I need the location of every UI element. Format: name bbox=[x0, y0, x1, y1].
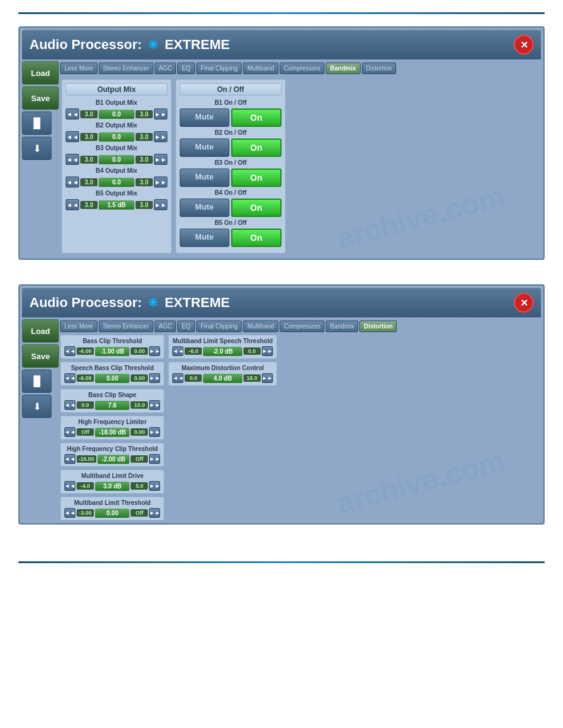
bcs-right-arrow[interactable]: ►► bbox=[149, 400, 160, 410]
b4-mute-button[interactable]: Mute bbox=[180, 199, 229, 217]
b2-output-label: B2 Output Mix bbox=[66, 122, 167, 129]
hfct-left-arrow[interactable]: ◄◄ bbox=[64, 454, 75, 464]
b1-center-val[interactable]: 0.0 bbox=[99, 110, 134, 119]
mb-speech-threshold-section: Multiband Limit Speech Threshold ◄◄ -6.0… bbox=[168, 335, 277, 359]
b1-left-val: 3.0 bbox=[80, 110, 98, 118]
b5-mute-button[interactable]: Mute bbox=[180, 229, 229, 247]
mbld-left-arrow[interactable]: ◄◄ bbox=[64, 481, 75, 491]
p2-tab-eq[interactable]: EQ bbox=[177, 320, 194, 332]
chart-button[interactable]: ▐▌ bbox=[22, 112, 52, 135]
b1-left-arrow[interactable]: ◄◄ bbox=[66, 108, 79, 119]
panel1-close-button[interactable]: ✕ bbox=[514, 35, 534, 55]
p2-tab-compressors[interactable]: Compressors bbox=[280, 320, 324, 332]
b2-left-arrow[interactable]: ◄◄ bbox=[66, 131, 79, 142]
hfct-right-arrow[interactable]: ►► bbox=[149, 454, 160, 464]
b3-mute-button[interactable]: Mute bbox=[180, 169, 229, 187]
b5-left-arrow[interactable]: ◄◄ bbox=[66, 199, 79, 210]
tab-final-clipping[interactable]: Final Clipping bbox=[196, 63, 242, 74]
b5-center-val[interactable]: 1.5 dB bbox=[99, 200, 134, 210]
b1-onoff-buttons: Mute On bbox=[180, 108, 282, 127]
panel2-header: Audio Processor: ✳ EXTREME ✕ bbox=[22, 288, 541, 317]
bcs-left-arrow[interactable]: ◄◄ bbox=[64, 400, 75, 410]
p2-tab-less-more[interactable]: Less More bbox=[60, 320, 98, 332]
b5-right-arrow[interactable]: ►► bbox=[154, 199, 167, 210]
bcs-center-val[interactable]: 7.6 bbox=[95, 401, 129, 410]
bct-center-val[interactable]: -1.00 dB bbox=[95, 347, 129, 356]
bct-right-arrow[interactable]: ►► bbox=[149, 346, 160, 356]
b4-right-arrow[interactable]: ►► bbox=[154, 176, 167, 188]
b4-left-arrow[interactable]: ◄◄ bbox=[66, 176, 79, 188]
b3-on-button[interactable]: On bbox=[231, 169, 282, 187]
tab-less-more[interactable]: Less More bbox=[60, 63, 98, 74]
mb-limit-drive-section: Multiband Limit Drive ◄◄ -4.0 3.0 dB 5.0… bbox=[60, 469, 164, 494]
mblt-center-val[interactable]: 0.00 bbox=[95, 509, 129, 518]
hfl-right-arrow[interactable]: ►► bbox=[149, 427, 160, 437]
panel1-body: Load Save ▐▌ ⬇ Less More Stereo Enhancer… bbox=[22, 61, 541, 256]
b3-right-arrow[interactable]: ►► bbox=[154, 154, 167, 165]
panel2-chart-button[interactable]: ▐▌ bbox=[22, 370, 52, 393]
mdc-right-arrow[interactable]: ►► bbox=[262, 373, 273, 383]
b2-on-button[interactable]: On bbox=[231, 138, 282, 157]
panel1-content: Output Mix B1 Output Mix ◄◄ 3.0 0.0 3.0 … bbox=[60, 77, 541, 256]
download-button[interactable]: ⬇ bbox=[22, 137, 52, 160]
tab-distortion[interactable]: Distortion bbox=[362, 63, 396, 74]
save-button[interactable]: Save bbox=[22, 86, 59, 110]
b1-on-button[interactable]: On bbox=[231, 108, 282, 127]
hfl-center-val[interactable]: -18.00 dB bbox=[95, 428, 129, 437]
hf-limiter-title: High Frequency Limiter bbox=[64, 419, 160, 425]
mblt-left-arrow[interactable]: ◄◄ bbox=[64, 508, 75, 518]
p2-tab-final-clipping[interactable]: Final Clipping bbox=[196, 320, 242, 332]
b1-right-arrow[interactable]: ►► bbox=[154, 108, 167, 119]
b3-center-val[interactable]: 0.0 bbox=[99, 155, 134, 164]
load-button[interactable]: Load bbox=[22, 61, 59, 85]
hfl-left-arrow[interactable]: ◄◄ bbox=[64, 427, 75, 437]
sbct-left-arrow[interactable]: ◄◄ bbox=[64, 373, 75, 383]
panel2-main: Less More Stereo Enhancer AGC EQ Final C… bbox=[60, 319, 541, 521]
mb-speech-threshold-title: Multiband Limit Speech Threshold bbox=[172, 338, 272, 344]
p2-tab-multiband[interactable]: Multiband bbox=[243, 320, 278, 332]
panel1-brand: EXTREME bbox=[164, 37, 229, 53]
b2-mute-button[interactable]: Mute bbox=[180, 138, 229, 157]
tab-eq[interactable]: EQ bbox=[177, 63, 194, 74]
b5-onoff-row: B5 On / Off Mute On bbox=[180, 219, 282, 247]
mbld-center-val[interactable]: 3.0 dB bbox=[95, 482, 129, 491]
panel2-title: Audio Processor: ✳ EXTREME bbox=[29, 295, 230, 311]
panel2-load-button[interactable]: Load bbox=[22, 319, 59, 343]
b2-right-arrow[interactable]: ►► bbox=[154, 131, 167, 142]
b1-mute-button[interactable]: Mute bbox=[180, 108, 229, 127]
b5-on-button[interactable]: On bbox=[231, 229, 282, 247]
sbct-right-arrow[interactable]: ►► bbox=[149, 373, 160, 383]
p2-tab-agc[interactable]: AGC bbox=[155, 320, 177, 332]
sbct-center-val[interactable]: 0.00 bbox=[95, 374, 129, 383]
mbst-center-val[interactable]: -2.0 dB bbox=[203, 347, 242, 356]
mbld-right-val: 5.0 bbox=[131, 482, 148, 490]
panel2-close-button[interactable]: ✕ bbox=[514, 293, 534, 313]
mblt-right-arrow[interactable]: ►► bbox=[149, 508, 160, 518]
mbld-right-arrow[interactable]: ►► bbox=[149, 481, 160, 491]
b4-center-val[interactable]: 0.0 bbox=[99, 178, 134, 187]
mb-limit-drive-row: ◄◄ -4.0 3.0 dB 5.0 ►► bbox=[64, 481, 160, 491]
tab-compressors[interactable]: Compressors bbox=[280, 63, 324, 74]
panel2-save-button[interactable]: Save bbox=[22, 344, 59, 368]
p2-tab-stereo-enhancer[interactable]: Stereo Enhancer bbox=[99, 320, 153, 332]
b4-on-button[interactable]: On bbox=[231, 199, 282, 217]
bar-chart-icon-2: ▐▌ bbox=[30, 376, 44, 387]
tab-bandmix[interactable]: Bandmix bbox=[326, 63, 360, 74]
mdc-center-val[interactable]: 4.0 dB bbox=[203, 374, 242, 383]
speech-bass-clip-row: ◄◄ -6.00 0.00 0.00 ►► bbox=[64, 373, 160, 383]
p2-tab-distortion[interactable]: Distortion bbox=[359, 320, 397, 332]
tab-stereo-enhancer[interactable]: Stereo Enhancer bbox=[99, 63, 153, 74]
bass-clip-threshold-section: Bass Clip Threshold ◄◄ -6.00 -1.00 dB 0.… bbox=[60, 335, 164, 359]
mbst-right-arrow[interactable]: ►► bbox=[262, 346, 273, 356]
hfct-center-val[interactable]: -2.00 dB bbox=[98, 455, 130, 464]
mdc-left-arrow[interactable]: ◄◄ bbox=[172, 373, 183, 383]
b2-center-val[interactable]: 0.0 bbox=[99, 132, 134, 142]
bct-left-arrow[interactable]: ◄◄ bbox=[64, 346, 75, 356]
b3-left-arrow[interactable]: ◄◄ bbox=[66, 154, 79, 165]
bar-chart-icon: ▐▌ bbox=[30, 118, 44, 129]
tab-multiband[interactable]: Multiband bbox=[243, 63, 278, 74]
panel2-download-button[interactable]: ⬇ bbox=[22, 395, 52, 418]
tab-agc[interactable]: AGC bbox=[155, 63, 177, 74]
p2-tab-bandmix[interactable]: Bandmix bbox=[326, 320, 358, 332]
mbst-left-arrow[interactable]: ◄◄ bbox=[172, 346, 183, 356]
